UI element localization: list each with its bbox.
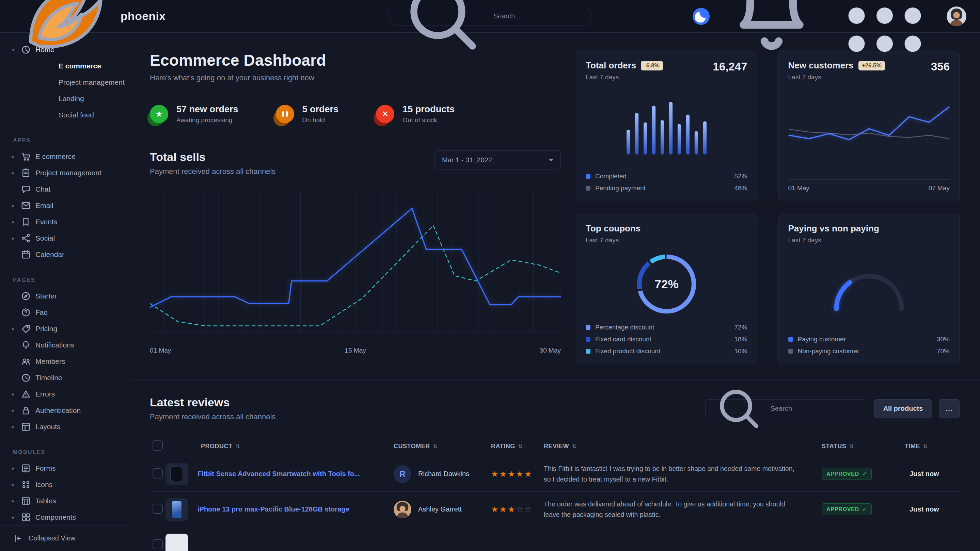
legend-value: 18% bbox=[734, 335, 747, 343]
sidebar-item-chat[interactable]: Chat bbox=[0, 181, 130, 197]
envelope-icon bbox=[21, 200, 31, 211]
sidebar-item-starter[interactable]: Starter bbox=[0, 288, 130, 304]
dashboard-overview: Ecommerce Dashboard Here's what's going … bbox=[150, 51, 561, 364]
column-header-time[interactable]: TIME⇅ bbox=[905, 443, 959, 450]
top-coupons-period: Last 7 days bbox=[586, 237, 641, 244]
select-all-checkbox[interactable] bbox=[153, 440, 163, 451]
quick-stat-value: 5 orders bbox=[302, 104, 339, 115]
row-checkbox[interactable] bbox=[153, 504, 163, 514]
lock-icon bbox=[21, 405, 31, 416]
apps-menu-button[interactable] bbox=[834, 0, 936, 68]
product-link[interactable]: Fitbit Sense Advanced Smartwatch with To… bbox=[197, 470, 360, 478]
sidebar-item-notifications[interactable]: Notifications bbox=[0, 337, 130, 353]
column-header-label: STATUS bbox=[822, 443, 846, 450]
watch-image bbox=[170, 466, 183, 482]
legend-label: Non-paying customer bbox=[798, 348, 859, 355]
sidebar-item-email[interactable]: ▸Email bbox=[0, 197, 130, 214]
sidebar-item-pricing[interactable]: ▸Pricing bbox=[0, 321, 130, 337]
tag-icon bbox=[21, 323, 31, 334]
sidebar-nav: ▾HomeE commerceProject managementLanding… bbox=[0, 41, 130, 526]
star-icon: ★ bbox=[508, 505, 516, 514]
collapsed-view-toggle[interactable]: Collapsed View bbox=[0, 525, 130, 551]
sidebar-item-label: Chat bbox=[35, 185, 50, 193]
sidebar-item-tables[interactable]: ▸Tables bbox=[0, 493, 130, 509]
column-header-label: PRODUCT bbox=[201, 443, 232, 450]
status-badge: APPROVED✓ bbox=[822, 468, 872, 480]
caret-right-icon: ▸ bbox=[10, 514, 16, 520]
sidebar-item-events[interactable]: ▸Events bbox=[0, 214, 130, 230]
top-coupons-title: Top coupons bbox=[586, 223, 641, 234]
reviews-controls: All products ... bbox=[705, 399, 959, 418]
legend-item-completed: Completed52% bbox=[586, 173, 748, 180]
column-header-review[interactable]: REVIEW⇅ bbox=[544, 443, 822, 450]
profile-avatar[interactable] bbox=[947, 6, 966, 26]
column-header-label: TIME bbox=[905, 443, 920, 450]
legend-item-pending-payment: Pending payment48% bbox=[586, 184, 748, 192]
caret-right-icon: ▸ bbox=[10, 235, 16, 241]
customer-cell: Ashley Garrett bbox=[394, 501, 491, 518]
sidebar-item-layouts[interactable]: ▸Layouts bbox=[0, 419, 130, 435]
sidebar-item-landing[interactable]: Landing bbox=[0, 91, 130, 107]
reviews-search-input[interactable] bbox=[771, 405, 861, 413]
sort-icon: ⇅ bbox=[433, 443, 438, 449]
star-icon: ☆ bbox=[516, 505, 525, 514]
sidebar-item-project-management[interactable]: ▸Project management bbox=[0, 165, 130, 181]
non-paying-customer-swatch bbox=[788, 349, 793, 354]
product-link[interactable]: iPhone 13 pro max-Pacific Blue-128GB sto… bbox=[197, 505, 349, 513]
star-icon: ★ bbox=[508, 469, 516, 478]
sidebar-item-forms[interactable]: ▸Forms bbox=[0, 460, 130, 476]
paying-legend: Paying customer30%Non-paying customer70% bbox=[788, 335, 950, 355]
column-header-label: REVIEW bbox=[544, 443, 569, 450]
row-checkbox[interactable] bbox=[153, 468, 163, 478]
latest-reviews-title: Latest reviews bbox=[150, 396, 275, 409]
sidebar-item-faq[interactable]: Faq bbox=[0, 304, 130, 321]
quick-stats: ★57 new ordersAwating processing5 orders… bbox=[150, 104, 561, 124]
sidebar-item-calendar[interactable]: Calendar bbox=[0, 246, 130, 263]
sidebar-item-social-feed[interactable]: Social feed bbox=[0, 107, 130, 123]
sidebar-item-icons[interactable]: ▸Icons bbox=[0, 476, 130, 493]
more-options-button[interactable]: ... bbox=[939, 399, 959, 418]
checkbox-cell bbox=[150, 468, 165, 480]
sidebar-item-label: Components bbox=[35, 513, 76, 521]
column-header-status[interactable]: STATUS⇅ bbox=[822, 443, 905, 450]
select-all-cell bbox=[150, 440, 165, 452]
notifications-button[interactable] bbox=[721, 0, 822, 68]
fixed-product-discount-swatch bbox=[586, 349, 590, 354]
sidebar-item-timeline[interactable]: Timeline bbox=[0, 370, 130, 386]
review-text: The order was delivered ahead of schedul… bbox=[544, 499, 822, 519]
rating-stars: ★★★☆☆ bbox=[491, 505, 544, 514]
sidebar-item-components[interactable]: ▸Components bbox=[0, 509, 130, 526]
paying-title: Paying vs non paying bbox=[788, 223, 879, 234]
legend-item-percentage-discount: Percentage discount72% bbox=[586, 324, 748, 331]
brand[interactable]: phoenix bbox=[14, 0, 165, 67]
total-sells-section: Total sells Payment received across all … bbox=[150, 151, 561, 357]
total-orders-period: Last 7 days bbox=[586, 73, 663, 81]
share-icon bbox=[21, 233, 31, 244]
column-header-customer[interactable]: CUSTOMER⇅ bbox=[394, 443, 491, 450]
customer-avatar bbox=[394, 501, 411, 518]
all-products-button[interactable]: All products bbox=[874, 399, 932, 418]
sidebar-item-errors[interactable]: ▸Errors bbox=[0, 386, 130, 402]
theme-toggle-button[interactable] bbox=[693, 8, 710, 25]
quick-stat-text: 15 productsOut of stock bbox=[402, 104, 455, 124]
reviews-search[interactable] bbox=[705, 399, 867, 418]
top-coupons-donut-chart: 72% bbox=[633, 251, 700, 317]
sidebar-item-project-management[interactable]: Project management bbox=[0, 74, 130, 91]
collapsed-view-label: Collapsed View bbox=[29, 534, 76, 542]
search-icon bbox=[712, 381, 766, 436]
column-header-rating[interactable]: RATING⇅ bbox=[491, 443, 544, 450]
sidebar-item-social[interactable]: ▸Social bbox=[0, 230, 130, 246]
sidebar-item-authentication[interactable]: ▸Authentication bbox=[0, 402, 130, 419]
quick-stat-value: 57 new orders bbox=[177, 104, 239, 115]
row-checkbox[interactable] bbox=[153, 539, 163, 549]
legend-item-fixed-card-discount: Fixed card discount18% bbox=[586, 335, 748, 343]
global-search[interactable] bbox=[388, 7, 592, 26]
sidebar-item-members[interactable]: Members bbox=[0, 353, 130, 370]
column-header-product[interactable]: PRODUCT⇅ bbox=[165, 443, 394, 450]
caret-right-icon: ▸ bbox=[10, 407, 16, 413]
caret-right-icon: ▸ bbox=[10, 465, 16, 472]
phoenix-logo-icon bbox=[14, 0, 116, 67]
sidebar-item-e-commerce[interactable]: ▸E commerce bbox=[0, 148, 130, 165]
date-range-select[interactable]: Mar 1 - 31, 2022 bbox=[434, 151, 561, 170]
global-search-input[interactable] bbox=[493, 12, 584, 20]
